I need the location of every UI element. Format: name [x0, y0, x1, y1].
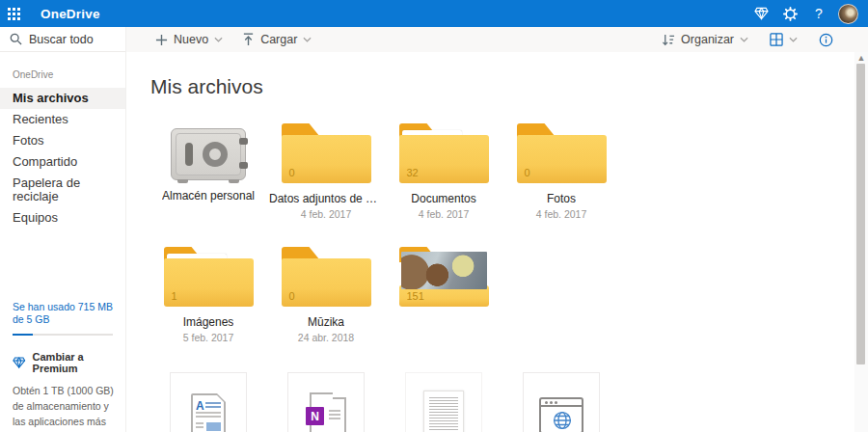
folder-item-count: 0 — [525, 167, 530, 178]
search-icon — [10, 33, 22, 45]
chevron-down-icon — [214, 37, 223, 42]
chevron-down-icon — [740, 37, 748, 42]
sidebar-item-mis-archivos[interactable]: Mis archivos — [0, 88, 125, 109]
folder-photo-thumbnail — [401, 252, 487, 289]
tile-document-file[interactable]: A — [149, 372, 267, 432]
details-pane-button[interactable] — [813, 33, 839, 47]
folder-icon: 1 — [164, 247, 254, 307]
upload-icon — [242, 33, 255, 46]
tile-imagenes[interactable]: 1 Imágenes 5 feb. 2017 — [149, 247, 267, 343]
tile-name: Fotos — [547, 192, 576, 205]
file-row: A — [149, 372, 854, 432]
help-icon[interactable]: ? — [806, 1, 831, 26]
folder-item-count: 32 — [407, 167, 419, 178]
document-icon: A — [191, 393, 226, 432]
sidebar-item-compartido[interactable]: Compartido — [0, 151, 125, 173]
folder-icon: 0 — [282, 123, 371, 183]
vertical-scrollbar[interactable]: ▲ — [854, 52, 868, 432]
tile-almacen-personal[interactable]: Almacén personal — [149, 123, 267, 220]
onenote-icon: N — [306, 392, 346, 432]
sidebar-section-label: OneDrive — [0, 52, 125, 88]
plus-icon — [155, 34, 168, 46]
tile-name: Almacén personal — [162, 189, 255, 202]
account-avatar[interactable] — [835, 1, 860, 26]
personal-vault-icon — [171, 128, 246, 180]
chevron-down-icon — [789, 37, 798, 42]
file-browser: Mis archivos Almacén personal 0 — [126, 52, 854, 432]
search-box[interactable] — [0, 27, 125, 52]
tile-date: 4 feb. 2017 — [419, 208, 470, 220]
storage-section: Se han usado 715 MB de 5 GB Cambiar a Pr… — [13, 301, 117, 432]
sort-icon — [662, 34, 675, 46]
premium-description: Obtén 1 TB (1000 GB) de almacenamiento y… — [13, 383, 117, 432]
tile-date: 24 abr. 2018 — [298, 332, 354, 343]
tile-date: 5 feb. 2017 — [183, 332, 234, 343]
app-title: OneDrive — [41, 7, 100, 21]
storage-progress-bar — [13, 334, 113, 336]
command-bar: Nuevo Cargar Organizar — [126, 27, 868, 52]
tile-word-file[interactable]: W — [385, 372, 502, 432]
premium-upsell: Cambiar a Premium Obtén 1 TB (1000 GB) d… — [13, 351, 117, 432]
app-launcher-waffle-icon[interactable] — [0, 0, 27, 27]
content-area: Nuevo Cargar Organizar — [126, 27, 868, 432]
folder-row-2: 1 Imágenes 5 feb. 2017 0 Mūzika 24 abr. … — [149, 247, 854, 343]
word-document-preview: W — [423, 391, 464, 432]
tile-name: Datos adjuntos de corre... — [269, 192, 383, 205]
tile-web-file[interactable] — [502, 372, 620, 432]
storage-progress-fill — [13, 334, 33, 336]
tile-documentos[interactable]: 32 Documentos 4 feb. 2017 — [385, 123, 502, 220]
folder-row-1: Almacén personal 0 Datos adjuntos de cor… — [149, 123, 854, 220]
sidebar-item-equipos[interactable]: Equipos — [0, 207, 125, 229]
new-button[interactable]: Nuevo — [149, 33, 229, 46]
gear-icon[interactable] — [777, 1, 802, 26]
tile-date: 4 feb. 2017 — [301, 208, 352, 220]
premium-diamond-icon[interactable] — [748, 1, 773, 26]
folder-item-count: 0 — [289, 290, 295, 302]
folder-icon: 0 — [282, 247, 371, 307]
top-bar: OneDrive ? — [0, 0, 868, 27]
grid-view-icon — [770, 33, 783, 46]
folder-item-count: 1 — [172, 290, 177, 302]
sidebar: OneDrive Mis archivos Recientes Fotos Co… — [0, 27, 126, 432]
file-card: N — [287, 372, 365, 432]
upload-button[interactable]: Cargar — [236, 33, 317, 46]
scrollbar-thumb[interactable] — [856, 64, 865, 364]
folder-item-count: 0 — [289, 167, 295, 178]
tile-onenote-file[interactable]: N — [267, 372, 385, 432]
avatar — [838, 4, 858, 24]
tile-fotos[interactable]: 0 Fotos 4 feb. 2017 — [502, 123, 620, 220]
diamond-icon — [13, 356, 26, 369]
chevron-down-icon — [303, 37, 312, 42]
folder-with-photo-icon: 151 — [399, 247, 489, 307]
tile-name: Imágenes — [183, 315, 234, 329]
sidebar-item-papelera[interactable]: Papelera de reciclaje — [0, 173, 125, 207]
file-card — [523, 372, 600, 432]
folder-icon: 0 — [517, 123, 607, 183]
view-toggle-button[interactable] — [764, 33, 803, 46]
page-title: Mis archivos — [150, 75, 854, 98]
web-page-icon — [539, 397, 583, 432]
file-card: W — [405, 372, 482, 432]
scroll-up-arrow-icon[interactable]: ▲ — [854, 52, 868, 64]
search-input[interactable] — [29, 33, 116, 46]
info-icon — [819, 33, 833, 47]
tile-name: Mūzika — [308, 315, 344, 329]
tile-muzika[interactable]: 0 Mūzika 24 abr. 2018 — [267, 247, 385, 343]
sidebar-item-recientes[interactable]: Recientes — [0, 109, 125, 130]
tile-datos-adjuntos[interactable]: 0 Datos adjuntos de corre... 4 feb. 2017 — [267, 123, 385, 220]
tile-name: Documentos — [411, 192, 475, 205]
premium-title[interactable]: Cambiar a Premium — [33, 351, 117, 374]
tile-date: 4 feb. 2017 — [536, 208, 587, 220]
sidebar-item-fotos[interactable]: Fotos — [0, 130, 125, 151]
folder-item-count: 151 — [407, 290, 424, 302]
sort-button[interactable]: Organizar — [656, 33, 754, 46]
file-card: A — [170, 372, 247, 432]
storage-usage-link[interactable]: Se han usado 715 MB de 5 GB — [13, 301, 117, 326]
folder-icon: 32 — [399, 123, 489, 183]
tile-photo-folder[interactable]: 151 — [385, 247, 502, 343]
